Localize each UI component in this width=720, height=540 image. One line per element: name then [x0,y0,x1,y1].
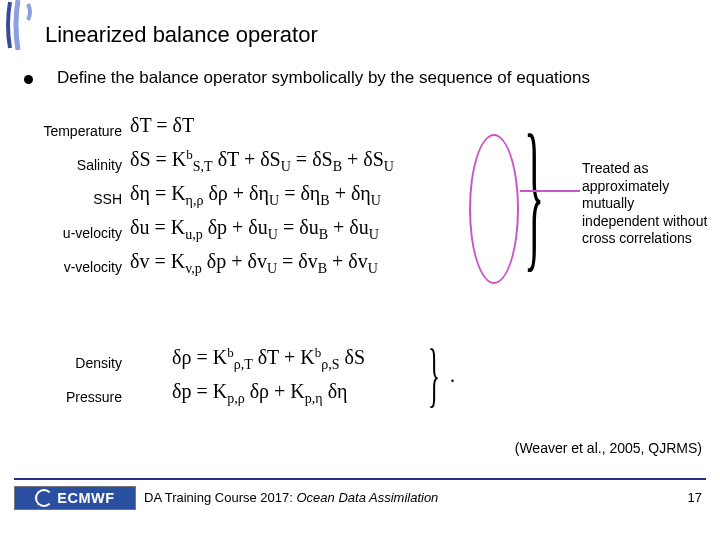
variable-labels-group1: Temperature Salinity SSH u-velocity v-ve… [14,114,122,284]
eq-pressure: δp = Kp,ρ δρ + Kp,η δη [172,374,365,408]
eq-temperature: δT = δT [130,108,394,142]
callout-connector [520,190,580,192]
equations-block-2: δρ = Kbρ,T δT + Kbρ,S δS δp = Kp,ρ δρ + … [172,340,365,408]
label-temperature: Temperature [14,114,122,148]
bullet-text: Define the balance operator symbolically… [57,68,590,88]
label-pressure: Pressure [14,380,122,414]
label-ssh: SSH [14,182,122,216]
label-density: Density [14,346,122,380]
footer-rule [14,478,706,480]
brace-period: . [450,364,455,387]
equations-block-1: δT = δT δS = KbS,T δT + δSU = δSB + δSU … [130,108,394,278]
eq-ssh: δη = Kη,ρ δρ + δηU = δηB + δηU [130,176,394,210]
ecmwf-logo: ECMWF [14,486,136,510]
logo-c-icon [35,489,53,507]
callout-text: Treated as approximately mutually indepe… [582,160,712,248]
highlight-oval [469,134,519,284]
page-number: 17 [688,490,702,505]
citation: (Weaver et al., 2005, QJRMS) [515,440,702,456]
eq-v: δv = Kv,p δp + δvU = δvB + δvU [130,244,394,278]
eq-density: δρ = Kbρ,T δT + Kbρ,S δS [172,340,365,374]
eq-salinity: δS = KbS,T δT + δSU = δSB + δSU [130,142,394,176]
label-salinity: Salinity [14,148,122,182]
eq-u: δu = Ku,p δp + δuU = δuB + δuU [130,210,394,244]
bullet-line: Define the balance operator symbolically… [24,68,710,88]
bullet-icon [24,75,33,84]
brace-icon: } [524,108,544,278]
corner-decoration [0,0,48,50]
variable-labels-group2: Density Pressure [14,346,122,414]
label-v-velocity: v-velocity [14,250,122,284]
slide-title: Linearized balance operator [45,22,318,48]
logo-text: ECMWF [57,490,114,506]
brace-icon: } [428,340,440,408]
footer-text: DA Training Course 2017: Ocean Data Assi… [144,490,438,505]
label-u-velocity: u-velocity [14,216,122,250]
